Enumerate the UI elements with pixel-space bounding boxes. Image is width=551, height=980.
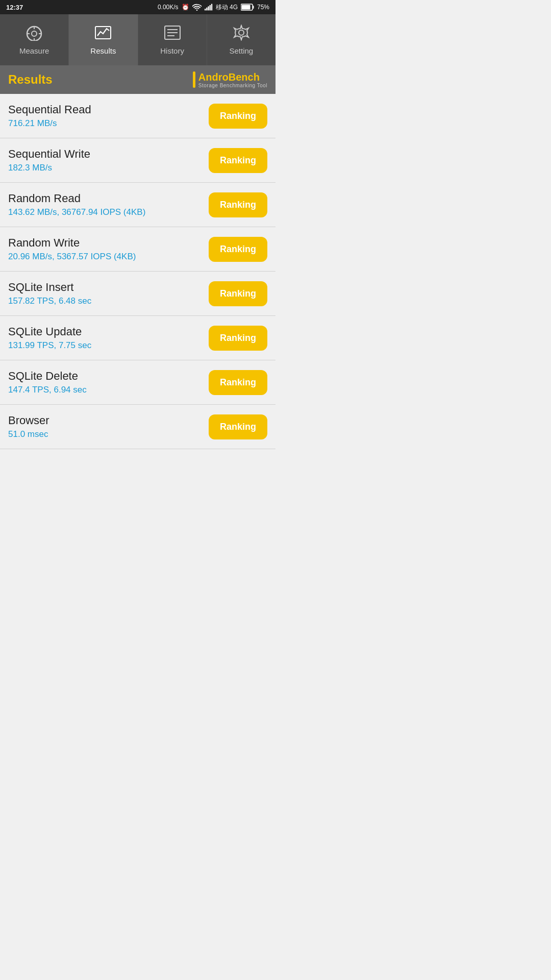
ranking-button[interactable]: Ranking <box>209 148 267 173</box>
svg-rect-4 <box>211 4 212 11</box>
bench-value: 147.4 TPS, 6.94 sec <box>8 385 209 395</box>
tab-results[interactable]: Results <box>69 14 138 65</box>
bench-item: Random Write 20.96 MB/s, 5367.57 IOPS (4… <box>0 227 276 272</box>
battery-icon <box>241 4 254 11</box>
setting-icon <box>232 24 251 43</box>
bench-name: Random Read <box>8 192 209 205</box>
bench-info: Random Read 143.62 MB/s, 36767.94 IOPS (… <box>8 192 209 217</box>
alarm-icon: ⏰ <box>182 4 189 11</box>
bench-info: Browser 51.0 msec <box>8 414 209 439</box>
bench-info: Sequential Read 716.21 MB/s <box>8 103 209 129</box>
tab-setting-label: Setting <box>230 46 254 55</box>
bench-name: SQLite Update <box>8 325 209 338</box>
nav-tabs: Measure Results History <box>0 14 276 65</box>
battery-percent: 75% <box>257 4 269 11</box>
bench-name: Sequential Read <box>8 103 209 116</box>
svg-rect-7 <box>241 5 250 10</box>
bench-item: Sequential Read 716.21 MB/s Ranking <box>0 94 276 138</box>
bench-info: Sequential Write 182.3 MB/s <box>8 148 209 173</box>
status-right: 0.00K/s ⏰ 移动 4G <box>158 3 269 12</box>
results-title: Results <box>8 72 53 87</box>
bench-name: Sequential Write <box>8 148 209 161</box>
results-icon <box>94 24 112 43</box>
network-speed: 0.00K/s <box>158 4 179 11</box>
benchmark-list: Sequential Read 716.21 MB/s Ranking Sequ… <box>0 94 276 449</box>
logo-main-text: AndroBench <box>198 71 260 83</box>
bench-value: 716.21 MB/s <box>8 118 209 129</box>
wifi-icon <box>192 4 202 11</box>
bench-value: 157.82 TPS, 6.48 sec <box>8 296 209 306</box>
ranking-button[interactable]: Ranking <box>209 370 267 395</box>
logo-sub-text: Storage Benchmarking Tool <box>198 83 267 88</box>
svg-rect-14 <box>95 27 111 39</box>
tab-measure-label: Measure <box>19 46 49 55</box>
bench-info: SQLite Insert 157.82 TPS, 6.48 sec <box>8 281 209 306</box>
svg-rect-3 <box>209 5 210 10</box>
bench-item: SQLite Update 131.99 TPS, 7.75 sec Ranki… <box>0 316 276 360</box>
ranking-button[interactable]: Ranking <box>209 104 267 129</box>
svg-rect-1 <box>206 8 207 11</box>
androbench-logo: AndroBench Storage Benchmarking Tool <box>193 71 267 88</box>
logo-bar-decoration <box>193 71 195 88</box>
bench-value: 182.3 MB/s <box>8 163 209 173</box>
bench-item: Sequential Write 182.3 MB/s Ranking <box>0 138 276 183</box>
bench-value: 143.62 MB/s, 36767.94 IOPS (4KB) <box>8 207 209 217</box>
svg-rect-2 <box>208 7 209 11</box>
logo-suffix: Bench <box>229 71 260 83</box>
carrier: 移动 4G <box>216 3 238 12</box>
bench-info: Random Write 20.96 MB/s, 5367.57 IOPS (4… <box>8 236 209 262</box>
svg-rect-0 <box>205 9 206 11</box>
tab-results-label: Results <box>90 46 116 55</box>
bench-item: SQLite Insert 157.82 TPS, 6.48 sec Ranki… <box>0 272 276 316</box>
tab-setting[interactable]: Setting <box>207 14 276 65</box>
results-header: Results AndroBench Storage Benchmarking … <box>0 65 276 94</box>
bench-info: SQLite Update 131.99 TPS, 7.75 sec <box>8 325 209 351</box>
bench-value: 51.0 msec <box>8 429 209 439</box>
bench-name: SQLite Delete <box>8 370 209 383</box>
logo-prefix: Andro <box>198 71 229 83</box>
bench-name: SQLite Insert <box>8 281 209 294</box>
bench-item: Random Read 143.62 MB/s, 36767.94 IOPS (… <box>0 183 276 227</box>
logo-text: AndroBench Storage Benchmarking Tool <box>198 71 267 88</box>
tab-measure[interactable]: Measure <box>0 14 69 65</box>
svg-rect-6 <box>253 6 254 9</box>
bench-item: SQLite Delete 147.4 TPS, 6.94 sec Rankin… <box>0 360 276 405</box>
status-time: 12:37 <box>6 4 23 11</box>
signal-icon <box>205 4 213 11</box>
tab-history-label: History <box>160 46 184 55</box>
history-icon <box>163 24 182 43</box>
bench-value: 20.96 MB/s, 5367.57 IOPS (4KB) <box>8 252 209 262</box>
ranking-button[interactable]: Ranking <box>209 414 267 439</box>
bench-name: Browser <box>8 414 209 427</box>
svg-point-9 <box>32 31 37 36</box>
bench-name: Random Write <box>8 236 209 250</box>
ranking-button[interactable]: Ranking <box>209 237 267 262</box>
status-bar: 12:37 0.00K/s ⏰ 移动 4G <box>0 0 276 14</box>
ranking-button[interactable]: Ranking <box>209 326 267 351</box>
measure-icon <box>25 24 43 43</box>
bench-info: SQLite Delete 147.4 TPS, 6.94 sec <box>8 370 209 395</box>
svg-point-19 <box>239 30 244 35</box>
ranking-button[interactable]: Ranking <box>209 281 267 306</box>
bench-item: Browser 51.0 msec Ranking <box>0 405 276 449</box>
ranking-button[interactable]: Ranking <box>209 192 267 217</box>
tab-history[interactable]: History <box>138 14 207 65</box>
bench-value: 131.99 TPS, 7.75 sec <box>8 340 209 351</box>
